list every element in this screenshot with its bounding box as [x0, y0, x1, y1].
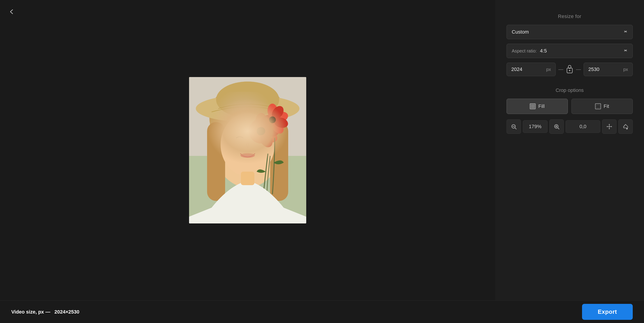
canvas-area	[0, 0, 495, 301]
width-unit: px	[546, 67, 551, 72]
video-size-info: Video size, px — 2024×2530	[11, 309, 79, 315]
svg-point-19	[268, 104, 278, 118]
svg-point-10	[249, 119, 274, 143]
svg-rect-25	[241, 172, 254, 185]
fit-button[interactable]: Fit	[572, 99, 633, 114]
move-button[interactable]	[602, 119, 616, 134]
bottom-bar: Video size, px — 2024×2530 Export	[0, 301, 644, 323]
svg-point-9	[240, 153, 255, 158]
svg-point-3	[209, 81, 286, 154]
zoom-in-button[interactable]	[549, 119, 564, 134]
fit-label: Fit	[604, 103, 609, 109]
crop-options-label: Crop options	[506, 87, 633, 93]
video-size-prefix: Video size, px —	[11, 309, 50, 315]
svg-point-18	[257, 127, 265, 135]
svg-rect-5	[270, 122, 288, 201]
svg-point-22	[270, 104, 286, 121]
image-preview	[189, 77, 306, 223]
link-dimensions-icon[interactable]	[566, 65, 573, 74]
svg-point-17	[257, 130, 275, 150]
svg-point-2	[212, 93, 284, 187]
fill-button[interactable]: Fill	[506, 99, 568, 114]
height-input-wrap[interactable]: 2530 px	[584, 63, 633, 76]
svg-point-11	[257, 127, 266, 136]
svg-point-13	[260, 117, 280, 135]
video-size-text: Video size, px — 2024×2530	[11, 309, 79, 315]
resize-for-chevron-icon	[624, 29, 628, 35]
dimension-separator-2: —	[576, 66, 581, 72]
svg-point-23	[273, 116, 289, 130]
fill-color-button[interactable]	[618, 119, 633, 134]
tools-row: 179% 0,0	[506, 119, 633, 134]
svg-point-21	[270, 118, 286, 136]
svg-point-14	[260, 127, 280, 145]
resize-for-value: Custom	[512, 29, 529, 35]
svg-rect-4	[207, 122, 225, 201]
video-size-value: 2024×2530	[54, 309, 80, 315]
svg-point-6	[196, 95, 300, 122]
svg-point-12	[256, 113, 267, 129]
width-input[interactable]: 2024	[511, 66, 544, 72]
fill-label: Fill	[538, 103, 545, 109]
fill-icon	[530, 103, 536, 109]
position-value: 0,0	[566, 120, 600, 133]
zoom-out-button[interactable]	[506, 119, 521, 134]
fit-icon	[595, 103, 601, 109]
aspect-ratio-prefix: Aspect ratio:	[512, 48, 537, 54]
aspect-ratio-value: 4:5	[540, 48, 547, 54]
aspect-ratio-dropdown[interactable]: Aspect ratio: 4:5	[506, 44, 633, 58]
svg-point-15	[257, 113, 275, 132]
svg-point-24	[269, 116, 276, 123]
right-panel: Resize for Custom Aspect ratio: 4:5	[495, 0, 644, 323]
svg-point-16	[264, 125, 279, 137]
resize-for-label: Resize for	[506, 13, 633, 19]
svg-line-35	[558, 128, 559, 129]
svg-point-8	[220, 113, 275, 176]
zoom-value: 179%	[523, 120, 548, 133]
dimension-separator: —	[558, 66, 563, 72]
height-unit: px	[623, 67, 628, 72]
svg-point-28	[569, 70, 570, 71]
height-input[interactable]: 2530	[588, 66, 621, 72]
svg-point-7	[216, 81, 279, 118]
aspect-ratio-chevron-icon	[624, 48, 628, 54]
svg-line-31	[515, 128, 516, 129]
width-input-wrap[interactable]: 2024 px	[506, 63, 556, 76]
svg-point-20	[273, 110, 289, 124]
resize-for-dropdown[interactable]: Custom	[506, 25, 633, 39]
export-button[interactable]: Export	[582, 304, 633, 320]
